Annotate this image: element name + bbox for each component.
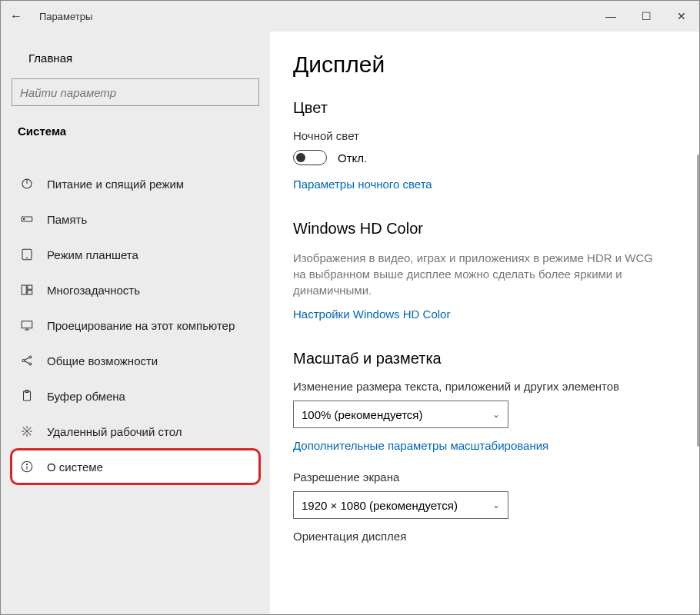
section-scale-title: Масштаб и разметка [293, 350, 668, 367]
nav-label: Удаленный рабочий стол [47, 425, 182, 438]
search-box[interactable] [12, 78, 259, 106]
svg-line-15 [25, 357, 29, 360]
sidebar-item-projecting[interactable]: Проецирование на этот компьютер [12, 308, 259, 342]
sidebar-item-remote[interactable]: Удаленный рабочий стол [12, 414, 259, 448]
chevron-down-icon: ⌄ [492, 500, 500, 510]
main-content: Дисплей Цвет Ночной свет Откл. Параметры… [270, 32, 699, 614]
search-input[interactable] [20, 86, 251, 99]
sidebar-item-power[interactable]: Питание и спящий режим [12, 167, 259, 201]
sidebar-item-storage[interactable]: Память [12, 202, 259, 236]
home-link[interactable]: Главная [12, 45, 259, 75]
svg-rect-11 [22, 321, 32, 328]
nav-list: Питание и спящий режим Память Режим план… [12, 147, 259, 484]
svg-line-16 [25, 361, 29, 364]
section-color-title: Цвет [293, 99, 668, 117]
svg-point-27 [26, 464, 27, 464]
sidebar-item-clipboard[interactable]: Буфер обмена [12, 379, 259, 413]
sidebar-item-tablet[interactable]: Режим планшета [12, 238, 259, 271]
resolution-dropdown[interactable]: 1920 × 1080 (рекомендуется) ⌄ [293, 491, 508, 519]
window-title: Параметры [39, 11, 92, 22]
remote-icon [19, 424, 35, 439]
sidebar-item-shared[interactable]: Общие возможности [12, 344, 259, 377]
about-icon [19, 459, 35, 474]
advanced-scale-link[interactable]: Дополнительные параметры масштабирования [293, 439, 548, 452]
night-light-toggle[interactable] [293, 150, 327, 165]
multitask-icon [19, 282, 35, 298]
toggle-knob [296, 153, 305, 162]
sidebar-item-multitask[interactable]: Многозадачность [12, 273, 259, 307]
window-controls: — ☐ ✕ [593, 1, 699, 32]
toggle-state-label: Откл. [338, 151, 367, 165]
orientation-label: Ориентация дисплея [293, 530, 668, 543]
home-label: Главная [28, 52, 72, 65]
minimize-button[interactable]: — [593, 1, 628, 32]
svg-rect-9 [28, 285, 32, 289]
svg-rect-8 [22, 285, 26, 294]
svg-point-13 [29, 356, 32, 358]
hd-settings-link[interactable]: Настройки Windows HD Color [293, 308, 450, 321]
settings-window: ← Параметры — ☐ ✕ Главная Система [0, 0, 700, 615]
hd-description: Изображения в видео, играх и приложениях… [293, 250, 668, 298]
close-button[interactable]: ✕ [664, 1, 699, 32]
nav-label: Общие возможности [47, 354, 158, 367]
storage-icon [19, 211, 35, 227]
svg-rect-10 [28, 291, 32, 294]
nav-label: Многозадачность [47, 284, 140, 297]
partial-icon [19, 148, 35, 164]
sidebar-item-about[interactable]: О системе [12, 450, 259, 484]
nav-label: Питание и спящий режим [47, 178, 184, 191]
back-button[interactable]: ← [1, 9, 32, 23]
night-light-settings-link[interactable]: Параметры ночного света [293, 178, 432, 191]
nav-label: Память [47, 213, 87, 226]
svg-point-5 [24, 218, 25, 220]
power-icon [19, 176, 35, 191]
window-body: Главная Система Питание и спящий режим [1, 32, 699, 614]
night-light-label: Ночной свет [293, 129, 668, 142]
page-heading: Дисплей [293, 52, 668, 78]
projecting-icon [19, 317, 35, 333]
section-hd-title: Windows HD Color [293, 220, 668, 238]
night-light-toggle-row: Откл. [293, 150, 668, 165]
sidebar: Главная Система Питание и спящий режим [1, 32, 270, 614]
tablet-icon [19, 247, 35, 262]
titlebar: ← Параметры — ☐ ✕ [1, 1, 699, 32]
scale-dropdown[interactable]: 100% (рекомендуется) ⌄ [293, 401, 508, 428]
nav-label: Режим планшета [47, 248, 138, 261]
resolution-value: 1920 × 1080 (рекомендуется) [302, 499, 458, 512]
resolution-label: Разрешение экрана [293, 470, 668, 484]
sidebar-item-partial[interactable] [12, 147, 259, 165]
chevron-down-icon: ⌄ [492, 409, 500, 420]
maximize-button[interactable]: ☐ [628, 1, 664, 32]
category-title: Система [12, 120, 259, 147]
nav-label: Буфер обмена [47, 390, 125, 403]
scale-label: Изменение размера текста, приложений и д… [293, 380, 668, 393]
scrollbar-thumb[interactable] [697, 155, 699, 447]
nav-label: О системе [47, 460, 103, 474]
svg-point-14 [29, 363, 32, 365]
svg-point-12 [22, 360, 25, 362]
scale-value: 100% (рекомендуется) [302, 408, 422, 421]
nav-label: Проецирование на этот компьютер [47, 319, 235, 332]
clipboard-icon [19, 388, 35, 404]
shared-icon [19, 353, 35, 368]
